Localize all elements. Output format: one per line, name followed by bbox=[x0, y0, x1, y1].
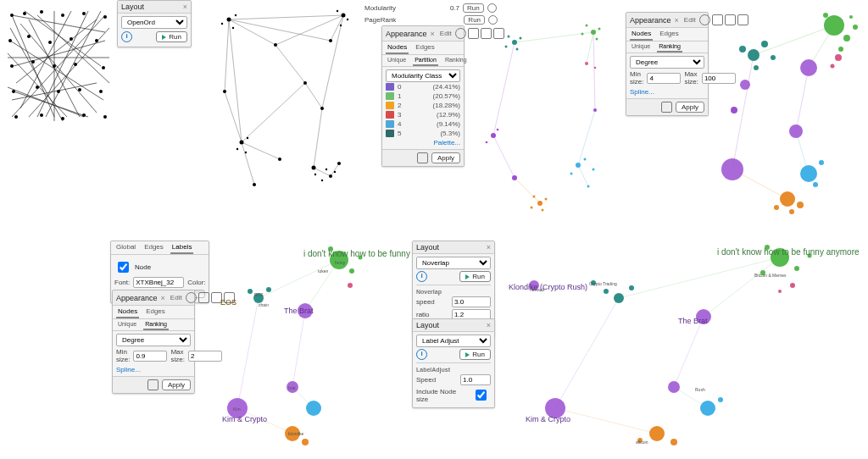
svg-line-167 bbox=[704, 257, 780, 317]
spline-link[interactable]: Spline... bbox=[116, 366, 141, 373]
graph-raw bbox=[3, 7, 114, 125]
layout-algo-select[interactable]: Noverlap bbox=[416, 257, 491, 269]
legend-row[interactable]: 4(9.14%) bbox=[386, 119, 460, 129]
tab-edges[interactable]: Edges bbox=[658, 28, 681, 41]
mode-unique[interactable]: Unique bbox=[116, 319, 138, 330]
svg-point-130 bbox=[740, 80, 750, 90]
legend-row[interactable]: 0(24.41%) bbox=[386, 82, 460, 91]
speed-input[interactable] bbox=[452, 296, 491, 307]
close-icon[interactable]: × bbox=[487, 243, 491, 252]
legend-row[interactable]: 1(20.57%) bbox=[386, 91, 460, 101]
svg-point-137 bbox=[774, 205, 779, 210]
legend-row[interactable]: 3(12.9%) bbox=[386, 110, 460, 119]
mode-unique[interactable]: Unique bbox=[386, 55, 408, 66]
graph-label-brat: The Brat bbox=[678, 317, 708, 325]
appearance-partition-panel: Appearance×Edit NodesEdges UniquePartiti… bbox=[381, 25, 465, 167]
spline-link[interactable]: Spline... bbox=[630, 88, 654, 96]
svg-point-120 bbox=[748, 49, 760, 61]
tab-labels[interactable]: Labels bbox=[170, 241, 194, 254]
reset-icon[interactable] bbox=[417, 152, 428, 163]
ranking-attr-select[interactable]: Degree bbox=[630, 56, 704, 69]
run-button[interactable]: Run bbox=[459, 349, 491, 360]
min-size-input[interactable] bbox=[647, 73, 681, 84]
close-icon[interactable]: × bbox=[675, 16, 679, 25]
svg-point-100 bbox=[570, 173, 573, 175]
svg-text:Kim: Kim bbox=[233, 406, 241, 412]
svg-point-114 bbox=[824, 15, 844, 36]
info-icon[interactable]: i bbox=[416, 349, 427, 360]
svg-point-72 bbox=[334, 171, 336, 173]
font-input[interactable] bbox=[133, 277, 184, 288]
svg-point-188 bbox=[718, 397, 723, 402]
palette-link[interactable]: Palette... bbox=[433, 139, 460, 147]
mode-ranking[interactable]: Ranking bbox=[657, 41, 682, 53]
svg-point-34 bbox=[53, 64, 56, 68]
edit-link[interactable]: Edit bbox=[170, 294, 182, 301]
graph-sized bbox=[707, 8, 868, 220]
svg-point-58 bbox=[329, 174, 332, 178]
color-mode-icon[interactable] bbox=[455, 28, 466, 39]
svg-point-123 bbox=[754, 65, 759, 70]
svg-point-30 bbox=[70, 37, 73, 41]
partition-attr-select[interactable]: Modularity Class bbox=[386, 69, 460, 82]
svg-point-54 bbox=[240, 141, 244, 145]
svg-point-29 bbox=[48, 41, 52, 44]
close-icon[interactable]: × bbox=[431, 30, 435, 38]
apply-button[interactable]: Apply bbox=[431, 152, 460, 163]
svg-point-63 bbox=[337, 10, 338, 12]
tab-nodes[interactable]: Nodes bbox=[386, 41, 409, 54]
legend-pct: (24.41%) bbox=[433, 83, 460, 91]
layout-algo-select[interactable]: OpenOrd bbox=[121, 16, 187, 29]
svg-line-75 bbox=[493, 42, 515, 135]
edit-link[interactable]: Edit bbox=[684, 16, 696, 24]
include-nodesize-label: Include Node size bbox=[416, 388, 469, 403]
ranking-attr-select[interactable]: Degree bbox=[116, 334, 191, 346]
reset-icon[interactable] bbox=[661, 102, 672, 113]
tab-nodes[interactable]: Nodes bbox=[630, 28, 653, 41]
svg-point-66 bbox=[236, 148, 238, 150]
legend-row[interactable]: 5(5.3%) bbox=[386, 129, 460, 138]
legend-swatch bbox=[386, 111, 394, 119]
include-nodesize-checkbox[interactable] bbox=[476, 390, 487, 401]
legend-id: 4 bbox=[398, 120, 401, 128]
tab-global[interactable]: Global bbox=[114, 241, 137, 254]
svg-point-57 bbox=[312, 166, 316, 170]
reset-icon[interactable] bbox=[147, 379, 159, 390]
node-labels-checkbox[interactable] bbox=[118, 262, 129, 273]
color-mode-icon[interactable] bbox=[186, 292, 197, 303]
svg-line-80 bbox=[578, 165, 588, 186]
mode-partition[interactable]: Partition bbox=[413, 55, 438, 66]
mode-ranking[interactable]: Ranking bbox=[143, 319, 169, 330]
close-icon[interactable]: × bbox=[183, 3, 187, 11]
apply-button[interactable]: Apply bbox=[676, 102, 704, 113]
apply-button[interactable]: Apply bbox=[162, 379, 191, 390]
layout-algo-select[interactable]: Label Adjust bbox=[416, 335, 491, 347]
mode-ranking[interactable]: Ranking bbox=[443, 55, 469, 66]
run-button[interactable]: Run bbox=[459, 271, 491, 282]
close-icon[interactable]: × bbox=[487, 321, 491, 329]
appearance-ranking-panel: Appearance×Edit NodesEdges UniqueRanking… bbox=[626, 12, 709, 116]
la-speed-input[interactable] bbox=[460, 374, 491, 385]
close-icon[interactable]: × bbox=[161, 294, 165, 302]
min-size-input[interactable] bbox=[133, 351, 167, 362]
svg-point-124 bbox=[771, 55, 776, 60]
info-icon[interactable]: i bbox=[416, 271, 427, 282]
svg-point-181 bbox=[790, 283, 795, 288]
edit-link[interactable]: Edit bbox=[440, 30, 452, 37]
tab-edges[interactable]: Edges bbox=[144, 306, 167, 318]
tab-edges[interactable]: Edges bbox=[142, 241, 165, 254]
svg-point-43 bbox=[40, 113, 43, 117]
graph-label-klondike: Klondike (Crypto Rush) bbox=[509, 283, 587, 291]
svg-point-107 bbox=[531, 207, 533, 209]
svg-line-77 bbox=[593, 32, 595, 110]
svg-point-50 bbox=[274, 43, 277, 47]
tab-edges[interactable]: Edges bbox=[414, 41, 437, 54]
mode-unique[interactable]: Unique bbox=[630, 41, 652, 53]
tab-nodes[interactable]: Nodes bbox=[116, 306, 139, 318]
svg-point-64 bbox=[347, 19, 348, 20]
run-button[interactable]: Run bbox=[156, 31, 187, 42]
info-icon[interactable]: i bbox=[121, 31, 132, 42]
legend-row[interactable]: 2(18.28%) bbox=[386, 101, 460, 110]
max-size-label: Max size: bbox=[684, 70, 698, 86]
svg-point-128 bbox=[800, 59, 817, 76]
